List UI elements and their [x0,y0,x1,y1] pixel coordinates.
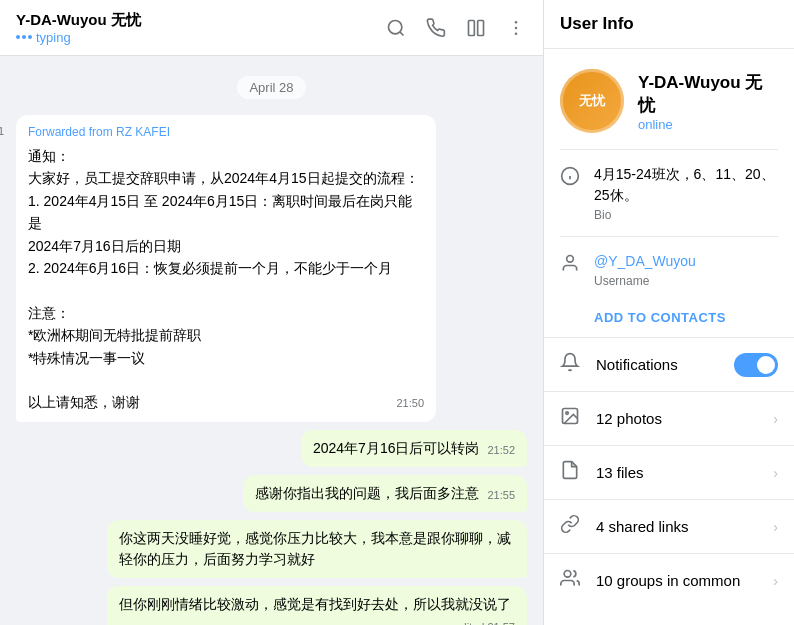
info-icon [560,166,580,186]
typing-dots [16,35,32,39]
user-display-name: Y-DA-Wuyou 无忧 [638,71,778,117]
files-row[interactable]: 13 files › [544,445,794,499]
chat-header-icons [385,17,527,39]
notifications-label: Notifications [596,356,720,373]
chat-panel: Y-DA-Wuyou 无忧 typing [0,0,543,625]
user-info-panel: User Info 无忧 Y-DA-Wuyou 无忧 online 4月15-2… [543,0,794,625]
message-bubble: 你这两天没睡好觉，感觉你压力比较大，我本意是跟你聊聊，减轻你的压力，后面努力学习… [107,520,527,578]
bio-label: Bio [594,208,778,222]
phone-icon[interactable] [425,17,447,39]
message-row: 但你刚刚情绪比较激动，感觉是有找到好去处，所以我就没说了 edited 21:5… [16,586,527,625]
avatar-text: 无忧 [579,92,605,110]
links-row[interactable]: 4 shared links › [544,499,794,553]
username-row: @Y_DA_Wuyou Username [544,237,794,302]
svg-point-4 [515,26,518,29]
bio-value: 4月15-24班次，6、11、20、25休。 [594,164,778,206]
username-icon [560,253,580,273]
link-icon [560,514,582,539]
links-label: 4 shared links [596,518,755,535]
add-contacts-button[interactable]: ADD TO CONTACTS [544,302,794,337]
date-divider: April 28 [237,76,305,99]
file-icon [560,460,582,485]
msg-time: 21:50 [396,395,424,413]
bell-icon [560,352,582,377]
msg-index: 1 [0,123,4,140]
chat-header: Y-DA-Wuyou 无忧 typing [0,0,543,56]
svg-point-7 [567,256,574,263]
photos-row[interactable]: 12 photos › [544,391,794,445]
chevron-right-icon: › [773,519,778,535]
chat-header-left: Y-DA-Wuyou 无忧 typing [16,11,141,45]
chat-name: Y-DA-Wuyou 无忧 [16,11,141,30]
message-text: 你这两天没睡好觉，感觉你压力比较大，我本意是跟你聊聊，减轻你的压力，后面努力学习… [119,530,511,567]
message-row: 感谢你指出我的问题，我后面多注意 21:55 [16,475,527,512]
group-icon [560,568,582,593]
columns-icon[interactable] [465,17,487,39]
chevron-right-icon: › [773,465,778,481]
notifications-row: Notifications [544,337,794,391]
msg-time: 21:55 [487,487,515,504]
chat-status: typing [16,30,141,45]
notifications-toggle[interactable] [734,353,778,377]
message-bubble: 1 Forwarded from RZ KAFEI 通知： 大家好，员工提交辞职… [16,115,436,422]
message-text: 通知： 大家好，员工提交辞职申请，从2024年4月15日起提交的流程： 1. 2… [28,145,424,414]
svg-rect-1 [469,20,475,35]
groups-row[interactable]: 10 groups in common › [544,553,794,607]
messages-area[interactable]: April 28 1 Forwarded from RZ KAFEI 通知： 大… [0,56,543,625]
chevron-right-icon: › [773,573,778,589]
user-info-title: User Info [544,0,794,49]
dot3 [28,35,32,39]
svg-point-9 [566,412,569,415]
username-value[interactable]: @Y_DA_Wuyou [594,251,778,272]
message-bubble: 感谢你指出我的问题，我后面多注意 21:55 [243,475,527,512]
search-icon[interactable] [385,17,407,39]
message-row: 1 Forwarded from RZ KAFEI 通知： 大家好，员工提交辞职… [16,115,527,422]
svg-point-5 [515,32,518,35]
files-label: 13 files [596,464,755,481]
bio-content: 4月15-24班次，6、11、20、25休。 Bio [594,164,778,222]
photos-label: 12 photos [596,410,755,427]
svg-point-10 [564,571,571,578]
dot1 [16,35,20,39]
message-bubble: 但你刚刚情绪比较激动，感觉是有找到好去处，所以我就没说了 edited 21:5… [107,586,527,625]
bio-row: 4月15-24班次，6、11、20、25休。 Bio [544,150,794,236]
photo-icon [560,406,582,431]
user-online-status: online [638,117,778,132]
user-profile-section: 无忧 Y-DA-Wuyou 无忧 online [544,49,794,149]
groups-label: 10 groups in common [596,572,755,589]
svg-point-3 [515,20,518,23]
user-name-block: Y-DA-Wuyou 无忧 online [638,71,778,132]
chevron-right-icon: › [773,411,778,427]
msg-time: edited 21:57 [454,619,515,625]
message-text: 2024年7月16日后可以转岗 [313,440,480,456]
username-label: Username [594,274,778,288]
username-content: @Y_DA_Wuyou Username [594,251,778,288]
message-row: 你这两天没睡好觉，感觉你压力比较大，我本意是跟你聊聊，减轻你的压力，后面努力学习… [16,520,527,578]
svg-point-0 [389,20,402,33]
more-icon[interactable] [505,17,527,39]
message-row: 2024年7月16日后可以转岗 21:52 [16,430,527,467]
svg-rect-2 [478,20,484,35]
typing-label: typing [36,30,71,45]
forwarded-label: Forwarded from RZ KAFEI [28,123,424,141]
message-bubble: 2024年7月16日后可以转岗 21:52 [301,430,527,467]
dot2 [22,35,26,39]
avatar: 无忧 [560,69,624,133]
msg-time: 21:52 [487,442,515,459]
message-text: 但你刚刚情绪比较激动，感觉是有找到好去处，所以我就没说了 [119,596,511,612]
message-text: 感谢你指出我的问题，我后面多注意 [255,485,479,501]
